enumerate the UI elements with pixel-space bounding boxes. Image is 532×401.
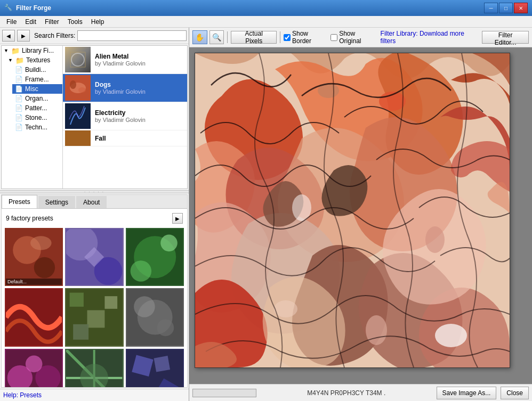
app-title: Filter Forge [16,4,484,12]
show-border-label: Show Border [292,30,328,45]
preset-1[interactable]: Default... [5,228,63,286]
folder-tree: ▼ 📁 Library Fi... ▼ 📁 Textures 📄 Buildi.… [2,46,63,189]
filter-list: Alien Metal by Vladimir Golovin [63,46,187,189]
show-original-checkbox[interactable] [331,34,337,41]
alien-metal-thumb [65,47,91,72]
alien-metal-author: by Vladimir Golovin [95,60,146,67]
preset-2[interactable] [65,228,123,286]
tab-settings[interactable]: Settings [38,196,75,208]
help-link[interactable]: Help: Presets [0,389,189,401]
pattern-label: Patter... [25,104,47,112]
show-border-checkbox[interactable] [284,34,291,41]
misc-label: Misc [25,85,38,93]
preset-4[interactable] [5,288,63,346]
presets-count: 9 factory presets [6,215,53,222]
svg-point-19 [130,260,151,282]
filter-library-link[interactable]: Filter Library: Download more filters [381,30,480,45]
search-input[interactable] [77,30,187,41]
left-panel: ◀ ▶ Search Filters: ▼ 📁 Library Fi... ▼ … [0,28,189,401]
preset-5[interactable] [65,288,123,346]
dogs-info: Dogs by Vladimir Golovin [95,81,146,95]
preset-8[interactable] [65,349,123,387]
svg-point-11 [34,257,55,278]
split-dots: · · · · · [84,190,104,194]
zoom-tool-button[interactable]: 🔍 [209,30,224,44]
organic-icon: 📄 [14,94,23,103]
svg-point-47 [435,324,467,347]
window-controls: ─ □ ✕ [484,3,528,13]
building-label: Buildi... [25,66,46,73]
canvas-area[interactable] [189,47,532,384]
canvas-frame [195,53,510,368]
nav-forward-button[interactable]: ▶ [17,30,30,42]
menu-edit[interactable]: Edit [21,17,41,27]
pan-tool-button[interactable]: ✋ [192,30,207,44]
pattern-icon: 📄 [14,104,23,112]
preset-3[interactable] [126,228,184,286]
show-original-label: Show Original [339,30,378,45]
electricity-thumb [65,103,91,129]
textures-label: Textures [26,56,50,64]
minimize-button[interactable]: ─ [484,3,498,13]
techno-icon: 📄 [14,123,23,132]
show-original-checkbox-label[interactable]: Show Original [331,30,378,45]
dogs-thumb [65,75,91,101]
app-icon: 🔧 [4,4,13,12]
maximize-button[interactable]: □ [499,3,513,13]
misc-icon: 📄 [14,85,23,93]
menu-tools[interactable]: Tools [63,17,87,27]
svg-point-5 [70,80,76,89]
tree-building[interactable]: 📄 Buildi... [12,65,62,75]
tree-techno[interactable]: 📄 Techn... [12,122,62,132]
presets-next-button[interactable]: ▶ [172,213,183,224]
tree-stone[interactable]: 📄 Stone... [12,113,62,122]
nav-back-button[interactable]: ◀ [2,30,15,42]
menu-filter[interactable]: Filter [41,17,63,27]
svg-point-29 [134,297,155,318]
actual-pixels-button[interactable]: Actual Pixels [231,31,277,44]
menu-file[interactable]: File [2,17,21,27]
svg-point-44 [425,226,445,253]
preset-6[interactable] [126,288,184,346]
save-image-button[interactable]: Save Image As... [437,387,497,399]
alien-metal-info: Alien Metal by Vladimir Golovin [95,53,146,67]
stone-icon: 📄 [14,113,23,122]
svg-point-12 [30,236,51,250]
svg-rect-8 [65,130,91,146]
menu-help[interactable]: Help [87,17,109,27]
status-text: M4Y4N PR0PH3CY T34M . [261,389,432,397]
presets-header: 9 factory presets ▶ [4,211,185,227]
stone-label: Stone... [25,114,47,121]
electricity-author: by Vladimir Golovin [95,117,146,123]
filter-item-electricity[interactable]: Electricity by Vladimir Golovin [63,102,187,130]
svg-point-34 [26,355,43,372]
close-window-button[interactable]: ✕ [514,3,528,13]
svg-point-46 [366,315,387,345]
tree-pattern[interactable]: 📄 Patter... [12,103,62,113]
tabs-area: Presets Settings About 9 factory presets… [1,194,188,388]
tree-root-item[interactable]: ▼ 📁 Library Fi... [2,46,62,55]
show-border-checkbox-label[interactable]: Show Border [284,30,328,45]
title-bar: 🔧 Filter Forge ─ □ ✕ [0,0,532,16]
techno-label: Techn... [25,124,47,131]
electricity-info: Electricity by Vladimir Golovin [95,109,146,123]
close-button[interactable]: Close [501,387,529,399]
tree-misc[interactable]: 📄 Misc [12,84,62,94]
tab-presets[interactable]: Presets [2,195,37,208]
tab-about[interactable]: About [76,196,107,208]
toolbar-separator-1 [227,31,228,43]
tab-bar: Presets Settings About [2,195,187,209]
filter-item-fall[interactable]: Fall [63,130,187,146]
tree-textures[interactable]: ▼ 📁 Textures [6,55,62,65]
tree-frame[interactable]: 📄 Frame... [12,75,62,84]
tree-organic[interactable]: 📄 Organ... [12,94,62,103]
right-panel: ✋ 🔍 Actual Pixels Show Border Show Origi… [189,28,532,401]
preset-9[interactable] [126,349,184,387]
filter-item-alien-metal[interactable]: Alien Metal by Vladimir Golovin [63,46,187,74]
status-main-text: M4Y4N PR0PH3CY T34M [307,389,382,397]
filter-item-dogs[interactable]: Dogs by Vladimir Golovin [63,74,187,102]
electricity-name: Electricity [95,109,146,117]
preset-7[interactable] [5,349,63,387]
split-handle[interactable]: · · · · · [0,190,189,193]
filter-editor-button[interactable]: Filter Editor... [482,31,529,44]
